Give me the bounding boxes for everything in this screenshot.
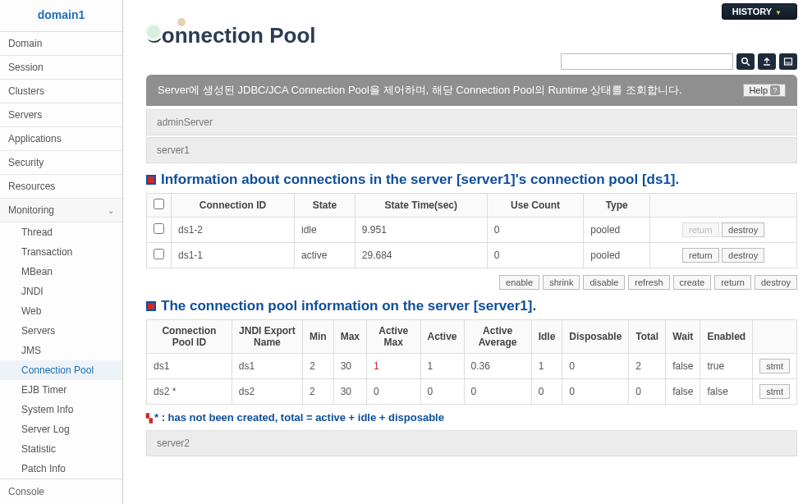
xml-export-icon[interactable]: XML [779, 53, 797, 70]
col-idle: Idle [531, 320, 562, 354]
svg-line-1 [747, 63, 750, 66]
pool-info-table: Connection Pool ID JNDI Export Name Min … [146, 319, 797, 405]
pool-row: ds2 * ds2 2 30 0 0 0 0 0 0 false false s… [147, 379, 797, 405]
sidebar-sub-connection-pool[interactable]: Connection Pool [0, 360, 122, 380]
sidebar-sub-jms[interactable]: JMS [0, 341, 122, 360]
return-button: return [682, 222, 719, 237]
sidebar-item-clusters[interactable]: Clusters [0, 80, 122, 103]
search-icon[interactable] [736, 53, 755, 70]
help-icon: ? [770, 85, 780, 95]
sidebar-sub-system-info[interactable]: System Info [0, 400, 122, 419]
sidebar: domain1 Domain Session Clusters Servers … [0, 0, 123, 504]
info-banner: Server에 생성된 JDBC/JCA Connection Pool을 제어… [146, 75, 797, 106]
col-max: Max [333, 320, 366, 354]
chevron-down-icon: ⌄ [108, 206, 114, 215]
sidebar-sub-servers[interactable]: Servers [0, 321, 122, 341]
page-title: Connection Pool [146, 23, 797, 48]
sidebar-item-applications[interactable]: Applications [0, 127, 122, 151]
disable-button[interactable]: disable [583, 275, 625, 290]
col-total: Total [629, 320, 666, 354]
col-wait: Wait [666, 320, 700, 354]
col-enabled: Enabled [700, 320, 753, 354]
sidebar-item-resources[interactable]: Resources [0, 175, 122, 199]
svg-text:XML: XML [785, 61, 792, 65]
svg-point-0 [742, 58, 747, 63]
history-button[interactable]: HISTORY [722, 3, 797, 20]
sidebar-item-monitoring[interactable]: Monitoring ⌄ [0, 199, 122, 222]
sidebar-sub-transaction[interactable]: Transaction [0, 242, 122, 262]
col-connection-id: Connection ID [172, 194, 295, 218]
section-connections-title: Information about connections in the ser… [146, 172, 797, 188]
sidebar-console[interactable]: Console [0, 479, 122, 504]
search-input[interactable] [561, 53, 733, 70]
destroy-button[interactable]: destroy [722, 248, 764, 263]
export-icon[interactable] [758, 53, 776, 70]
col-actions [650, 194, 797, 218]
shrink-button[interactable]: shrink [543, 275, 580, 290]
sidebar-sub-jndi[interactable]: JNDI [0, 282, 122, 301]
info-banner-text: Server에 생성된 JDBC/JCA Connection Pool을 제어… [158, 83, 682, 98]
return-all-button[interactable]: return [714, 275, 751, 290]
row-checkbox[interactable] [154, 249, 164, 259]
destroy-button[interactable]: destroy [722, 222, 764, 237]
sidebar-item-security[interactable]: Security [0, 151, 122, 175]
return-button[interactable]: return [682, 248, 719, 263]
section-poolinfo-title: The connection pool information on the s… [146, 298, 797, 314]
pool-footnote: ▚* : has not been created, total = activ… [146, 411, 797, 424]
server-bar-server2[interactable]: server2 [146, 430, 797, 456]
col-avg: Active Average [464, 320, 531, 354]
col-actions [753, 320, 797, 354]
col-pool-id: Connection Pool ID [147, 320, 232, 354]
col-active-max: Active Max [367, 320, 420, 354]
main-content: HISTORY Connection Pool XML Server에 생성된 … [123, 0, 812, 504]
col-checkbox [147, 194, 172, 218]
stmt-button[interactable]: stmt [759, 384, 790, 399]
section-bullet-icon [146, 301, 156, 311]
stmt-button[interactable]: stmt [759, 359, 790, 373]
sidebar-sub-web[interactable]: Web [0, 301, 122, 321]
pool-row: ds1 ds1 2 30 1 1 0.36 1 0 2 false true s… [147, 354, 797, 379]
help-button[interactable]: Help? [743, 84, 786, 97]
server-bar-admin[interactable]: adminServer [146, 109, 797, 135]
enable-button[interactable]: enable [499, 275, 539, 290]
select-all-checkbox[interactable] [154, 199, 164, 209]
col-min: Min [303, 320, 334, 354]
connections-table: Connection ID State State Time(sec) Use … [146, 193, 797, 268]
sidebar-sub-statistic[interactable]: Statistic [0, 439, 122, 459]
section-bullet-icon [146, 175, 156, 185]
col-use-count: Use Count [487, 194, 583, 218]
sidebar-sub-ejb-timer[interactable]: EJB Timer [0, 380, 122, 400]
server-bar-server1[interactable]: server1 [146, 137, 797, 163]
col-type: Type [584, 194, 650, 218]
sidebar-sub-patch-info[interactable]: Patch Info [0, 459, 122, 479]
pool-action-bar: enable shrink disable refresh create ret… [146, 275, 797, 290]
destroy-all-button[interactable]: destroy [755, 275, 797, 290]
flag-icon: ▚ [146, 414, 153, 423]
col-state-time: State Time(sec) [355, 194, 487, 218]
refresh-button[interactable]: refresh [628, 275, 669, 290]
col-state: State [295, 194, 356, 218]
connection-row: ds1-1 active 29.684 0 pooled return dest… [147, 243, 797, 268]
create-button[interactable]: create [673, 275, 712, 290]
col-jndi: JNDI Export Name [232, 320, 302, 354]
sidebar-domain-label[interactable]: domain1 [0, 0, 122, 32]
connection-row: ds1-2 idle 9.951 0 pooled return destroy [147, 218, 797, 243]
sidebar-sub-thread[interactable]: Thread [0, 222, 122, 242]
row-checkbox[interactable] [154, 223, 164, 234]
col-active: Active [420, 320, 464, 354]
sidebar-item-domain[interactable]: Domain [0, 32, 122, 56]
sidebar-sub-mbean[interactable]: MBean [0, 262, 122, 282]
sidebar-item-servers[interactable]: Servers [0, 103, 122, 127]
sidebar-item-session[interactable]: Session [0, 56, 122, 80]
col-disposable: Disposable [562, 320, 629, 354]
sidebar-sub-server-log[interactable]: Server Log [0, 419, 122, 439]
